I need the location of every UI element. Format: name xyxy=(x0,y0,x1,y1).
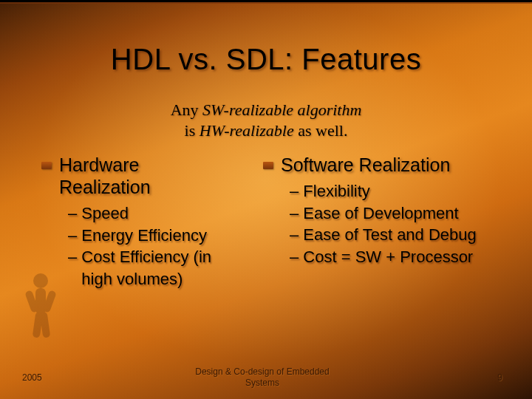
subtitle-line2-post: as well. xyxy=(294,121,348,140)
right-heading: Software Realization xyxy=(281,154,525,176)
subtitle-line2-em: HW-realizable xyxy=(200,121,294,140)
list-item: – Ease of Test and Debug xyxy=(290,224,525,246)
slide-title: HDL vs. SDL: Features xyxy=(0,0,532,76)
footer-year: 2005 xyxy=(0,372,170,383)
list-item: – Flexibility xyxy=(290,180,525,202)
content-columns: Hardware Realization – Speed – Energy Ef… xyxy=(0,154,532,290)
left-sublist: – Speed – Energy Efficiency – Cost Effic… xyxy=(59,202,259,290)
footer-center: Design & Co-design of Embedded Systems xyxy=(170,366,355,389)
slide: HDL vs. SDL: Features Any SW-realizable … xyxy=(0,0,532,399)
list-item: – Ease of Development xyxy=(290,202,525,225)
watermark-figure xyxy=(7,266,74,347)
slide-subtitle: Any SW-realizable algorithm is HW-realiz… xyxy=(0,100,532,140)
bullet-icon xyxy=(263,162,273,169)
footer-center-line2: Systems xyxy=(245,378,279,388)
right-column: Software Realization – Flexibility – Eas… xyxy=(266,154,532,290)
svg-point-0 xyxy=(33,273,48,288)
bullet-icon xyxy=(41,162,52,169)
list-item: – Speed xyxy=(68,202,259,225)
subtitle-line1-em: SW-realizable algorithm xyxy=(202,100,361,119)
list-item: – Cost Efficiency (in xyxy=(68,246,259,268)
list-item: high volumes) xyxy=(68,268,259,290)
subtitle-line2-pre: is xyxy=(185,121,200,140)
right-sublist: – Flexibility – Ease of Development – Ea… xyxy=(281,180,525,268)
footer: 2005 Design & Co-design of Embedded Syst… xyxy=(0,366,532,389)
left-heading: Hardware Realization xyxy=(59,154,259,198)
subtitle-line1-pre: Any xyxy=(171,100,202,119)
right-heading-text: Software Realization xyxy=(281,154,450,175)
footer-center-line1: Design & Co-design of Embedded xyxy=(195,366,329,377)
left-heading-line2: Realization xyxy=(59,177,151,197)
list-item: – Energy Efficiency xyxy=(68,225,259,247)
footer-page-number: 9 xyxy=(355,372,532,383)
left-heading-line1: Hardware xyxy=(59,154,139,175)
list-item: – Cost = SW + Processor xyxy=(290,246,525,268)
